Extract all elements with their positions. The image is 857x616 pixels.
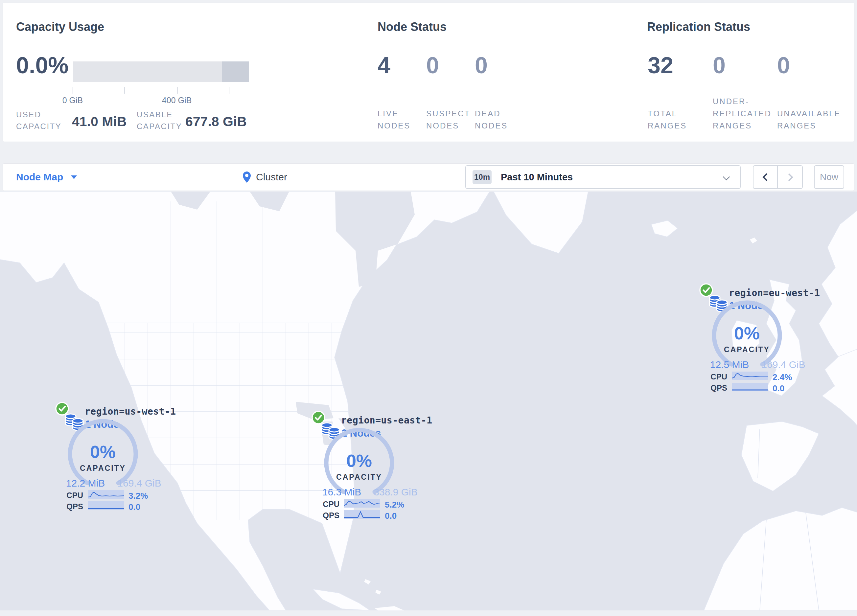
- qps-value: 0.0: [773, 383, 802, 394]
- qps-label: QPS: [707, 383, 727, 392]
- cpu-sparkline: [732, 372, 768, 380]
- node-status-title: Node Status: [377, 20, 447, 34]
- capacity-bar-segment: [222, 62, 249, 82]
- total-capacity: 338.9 GiB: [371, 486, 420, 498]
- used-capacity: 12.5 MiB: [705, 359, 754, 370]
- live-nodes-count: 4: [377, 52, 390, 79]
- gauge-percent: 0%: [711, 323, 783, 343]
- total-capacity: 169.4 GiB: [759, 359, 808, 370]
- capacity-usage-title: Capacity Usage: [16, 20, 104, 34]
- live-nodes-label: LIVENODES: [377, 107, 410, 132]
- under-replicated-label: UNDER-REPLICATEDRANGES: [713, 95, 772, 132]
- chevron-down-icon: [71, 176, 77, 179]
- total-capacity: 169.4 GiB: [115, 478, 164, 489]
- time-range-badge: 10m: [473, 170, 492, 184]
- suspect-nodes-count: 0: [426, 52, 439, 79]
- location-pin-icon: [242, 171, 251, 183]
- used-capacity: 16.3 MiB: [317, 486, 367, 498]
- capacity-percent: 0.0%: [16, 52, 69, 79]
- qps-sparkline: [732, 383, 768, 391]
- time-nav-buttons: [753, 165, 803, 189]
- region-label: region=us-west-1: [85, 406, 176, 417]
- chevron-down-icon: [723, 173, 730, 181]
- suspect-nodes-label: SUSPECTNODES: [426, 107, 470, 132]
- capacity-tick: [73, 87, 73, 94]
- world-map: [0, 191, 857, 610]
- dead-nodes-count: 0: [475, 52, 488, 79]
- time-range-label: Past 10 Minutes: [501, 172, 573, 183]
- cpu-label: CPU: [707, 372, 727, 381]
- view-selector-dropdown[interactable]: Node Map: [16, 164, 77, 191]
- usable-capacity-value: 677.8 GiB: [185, 114, 247, 130]
- breadcrumb-label: Cluster: [256, 171, 287, 183]
- chevron-left-icon: [763, 173, 770, 181]
- map-toolbar: Node Map Cluster 10m Past 10 Minutes Now: [3, 163, 854, 191]
- dead-nodes-label: DEADNODES: [475, 107, 508, 132]
- capacity-tick: [177, 87, 178, 94]
- region-marker-us-west-1[interactable]: region=us-west-1 1 Node 0% CAPACITY 12.2…: [51, 401, 156, 516]
- cpu-label: CPU: [319, 500, 339, 509]
- qps-label: QPS: [319, 511, 339, 520]
- qps-label: QPS: [63, 502, 83, 511]
- cpu-value: 3.2%: [128, 491, 158, 501]
- qps-value: 0.0: [385, 511, 415, 521]
- unavailable-count: 0: [777, 52, 790, 79]
- cpu-sparkline: [344, 499, 380, 508]
- node-map[interactable]: region=us-west-1 1 Node 0% CAPACITY 12.2…: [0, 191, 857, 610]
- unavailable-label: UNAVAILABLERANGES: [777, 107, 841, 132]
- region-label: region=eu-west-1: [729, 287, 820, 298]
- qps-sparkline: [88, 501, 124, 510]
- time-next-button[interactable]: [778, 166, 802, 188]
- total-ranges-label: TOTALRANGES: [648, 107, 687, 132]
- capacity-tick: [125, 87, 125, 94]
- gauge-percent: 0%: [67, 442, 139, 462]
- gauge-capacity-label: CAPACITY: [323, 473, 395, 482]
- cpu-value: 5.2%: [385, 500, 415, 510]
- time-prev-button[interactable]: [753, 166, 778, 188]
- capacity-bar: [73, 62, 249, 82]
- cpu-value: 2.4%: [773, 372, 802, 383]
- qps-value: 0.0: [128, 502, 158, 512]
- used-capacity-value: 41.0 MiB: [72, 114, 127, 130]
- capacity-tick-label-mid: 400 GiB: [161, 96, 193, 105]
- capacity-tick-label-min: 0 GiB: [59, 96, 86, 105]
- cpu-sparkline: [88, 490, 124, 499]
- now-button[interactable]: Now: [814, 165, 844, 189]
- capacity-tick: [229, 87, 229, 94]
- gauge-capacity-label: CAPACITY: [711, 345, 783, 354]
- qps-sparkline: [344, 510, 380, 519]
- gauge-capacity-label: CAPACITY: [67, 464, 139, 473]
- used-capacity-label: USED CAPACITY: [16, 109, 62, 133]
- total-ranges-count: 32: [648, 52, 673, 79]
- cluster-summary-bar: Capacity Usage 0.0% 0 GiB 400 GiB USED C…: [3, 3, 854, 142]
- used-capacity: 12.2 MiB: [61, 478, 110, 489]
- cpu-label: CPU: [63, 491, 83, 500]
- chevron-right-icon: [785, 173, 793, 181]
- breadcrumb[interactable]: Cluster: [242, 164, 287, 191]
- usable-capacity-label: USABLE CAPACITY: [137, 109, 182, 133]
- region-marker-us-east-1[interactable]: region=us-east-1 2 Nodes 0% CAPACITY 16.…: [307, 410, 412, 525]
- time-range-selector[interactable]: 10m Past 10 Minutes: [465, 165, 741, 189]
- under-replicated-count: 0: [713, 52, 726, 79]
- gauge-percent: 0%: [323, 451, 395, 471]
- region-marker-eu-west-1[interactable]: region=eu-west-1 1 Node 0% CAPACITY 12.5…: [695, 283, 800, 398]
- region-label: region=us-east-1: [341, 415, 432, 426]
- view-selector-label: Node Map: [16, 171, 63, 183]
- replication-status-title: Replication Status: [647, 20, 750, 34]
